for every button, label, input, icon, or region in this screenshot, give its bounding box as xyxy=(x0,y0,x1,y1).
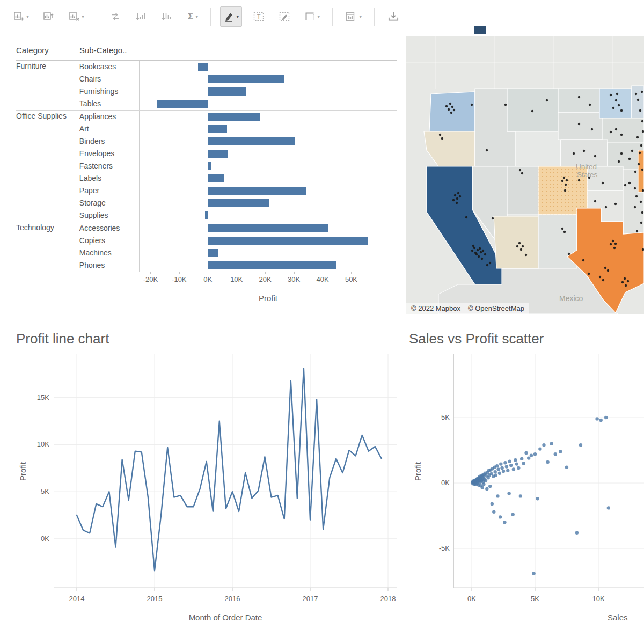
sort-descending-button[interactable] xyxy=(158,6,176,27)
bar-mark[interactable] xyxy=(208,249,218,257)
bar-mark[interactable] xyxy=(208,237,368,245)
bar-mark[interactable] xyxy=(198,63,208,71)
state-south-dakota[interactable] xyxy=(558,113,602,140)
scatter-point[interactable] xyxy=(494,470,497,473)
format-borders-button[interactable]: ▾ xyxy=(301,6,323,27)
scatter-point[interactable] xyxy=(536,497,539,500)
category-label[interactable] xyxy=(16,135,79,148)
category-label[interactable]: Furniture xyxy=(16,61,79,73)
subcategory-label[interactable]: Envelopes xyxy=(79,148,139,160)
bar-mark[interactable] xyxy=(208,174,224,182)
clear-worksheet-button[interactable]: ▾ xyxy=(65,6,87,27)
add-worksheet-button[interactable]: ▾ xyxy=(10,6,32,27)
scatter-point[interactable] xyxy=(494,473,497,477)
scatter-point[interactable] xyxy=(498,472,501,475)
bar-mark[interactable] xyxy=(208,162,211,170)
scatter-point[interactable] xyxy=(595,417,598,420)
subcategory-label[interactable]: Appliances xyxy=(79,111,139,123)
bar-mark[interactable] xyxy=(208,75,284,83)
scatter-point[interactable] xyxy=(524,451,528,455)
scatter-point[interactable] xyxy=(538,447,541,450)
profit-line-chart[interactable] xyxy=(54,354,397,591)
scatter-point[interactable] xyxy=(507,492,510,495)
bar-mark[interactable] xyxy=(208,261,336,269)
category-label[interactable] xyxy=(16,209,79,222)
scatter-point[interactable] xyxy=(559,450,562,453)
bar-mark[interactable] xyxy=(208,137,295,145)
scatter-point[interactable] xyxy=(508,460,511,463)
subcategory-label[interactable]: Storage xyxy=(79,197,139,209)
profit-map[interactable]: UnitedStatesMexico xyxy=(406,36,644,314)
state-arizona[interactable] xyxy=(494,216,538,268)
scatter-point[interactable] xyxy=(515,462,518,465)
refresh-worksheet-button[interactable] xyxy=(40,6,58,27)
scatter-point[interactable] xyxy=(542,443,545,447)
scatter-point[interactable] xyxy=(488,485,492,488)
scatter-point[interactable] xyxy=(599,419,603,422)
annotate-button[interactable] xyxy=(275,6,294,27)
category-label[interactable] xyxy=(16,259,79,272)
show-me-button[interactable]: ▾ xyxy=(342,6,365,27)
scatter-point[interactable] xyxy=(484,479,487,482)
subcategory-label[interactable]: Paper xyxy=(79,185,139,197)
category-label[interactable] xyxy=(16,247,79,259)
category-label[interactable] xyxy=(16,123,79,135)
scatter-point[interactable] xyxy=(512,467,515,471)
scatter-point[interactable] xyxy=(527,456,530,459)
profit-line-mark[interactable] xyxy=(77,368,382,570)
highlight-pen-button[interactable]: ▾ xyxy=(220,6,242,27)
bar-mark[interactable] xyxy=(208,113,260,121)
scatter-point[interactable] xyxy=(492,510,495,514)
scatter-point[interactable] xyxy=(496,467,500,471)
scatter-point[interactable] xyxy=(546,460,549,464)
scatter-point[interactable] xyxy=(530,454,533,457)
scatter-point[interactable] xyxy=(519,494,522,497)
scatter-point[interactable] xyxy=(514,458,517,462)
scatter-point[interactable] xyxy=(491,502,494,506)
subcategory-label[interactable]: Furnishings xyxy=(79,85,139,98)
scatter-point[interactable] xyxy=(579,443,582,447)
scatter-point[interactable] xyxy=(509,464,513,467)
scatter-point[interactable] xyxy=(575,531,579,535)
download-button[interactable] xyxy=(384,6,403,27)
category-label[interactable]: Office Supplies xyxy=(16,111,79,123)
scatter-point[interactable] xyxy=(505,465,508,468)
state-washington[interactable] xyxy=(429,92,475,131)
scatter-point[interactable] xyxy=(532,572,535,575)
category-label[interactable] xyxy=(16,160,79,172)
subcategory-label[interactable]: Bookcases xyxy=(79,61,139,73)
category-label[interactable] xyxy=(16,235,79,247)
swap-axes-button[interactable] xyxy=(106,6,125,27)
bar-mark[interactable] xyxy=(208,125,227,133)
scatter-point[interactable] xyxy=(480,486,484,489)
category-label[interactable] xyxy=(16,172,79,185)
subcategory-label[interactable]: Accessories xyxy=(79,222,139,235)
state-wyoming[interactable] xyxy=(515,131,561,169)
subcategory-label[interactable]: Machines xyxy=(79,247,139,259)
scatter-point[interactable] xyxy=(502,470,505,473)
scatter-point[interactable] xyxy=(550,442,553,445)
scatter-point[interactable] xyxy=(520,457,523,460)
bar-mark[interactable] xyxy=(208,150,228,158)
scatter-point[interactable] xyxy=(500,466,503,470)
subcategory-label[interactable]: Labels xyxy=(79,172,139,185)
scatter-point[interactable] xyxy=(517,466,520,470)
scatter-point[interactable] xyxy=(506,469,509,472)
sales-profit-scatter-chart[interactable] xyxy=(453,354,644,591)
scatter-point[interactable] xyxy=(511,513,515,516)
category-label[interactable] xyxy=(16,148,79,160)
bar-mark[interactable] xyxy=(208,187,306,195)
scatter-point[interactable] xyxy=(482,482,485,486)
scatter-point[interactable] xyxy=(496,494,499,497)
scatter-point[interactable] xyxy=(485,487,488,491)
scatter-point[interactable] xyxy=(565,466,568,469)
scatter-point[interactable] xyxy=(503,461,507,464)
category-label[interactable] xyxy=(16,73,79,85)
bar-mark[interactable] xyxy=(208,87,246,96)
bar-mark[interactable] xyxy=(208,199,269,207)
bar-mark[interactable] xyxy=(157,100,208,108)
scatter-point[interactable] xyxy=(554,452,557,456)
scatter-point[interactable] xyxy=(503,521,506,524)
subcategory-label[interactable]: Fasteners xyxy=(79,160,139,172)
scatter-point[interactable] xyxy=(604,416,608,419)
